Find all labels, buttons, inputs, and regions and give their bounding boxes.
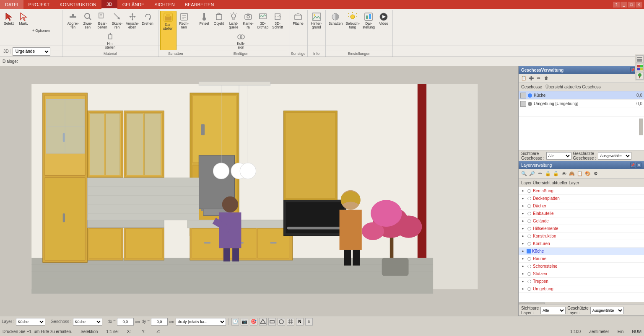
layer-item-einbauteile[interactable]: ● ◯ Einbauteile	[519, 210, 644, 217]
layer-vis-deckenplatten[interactable]: ●	[520, 196, 525, 201]
geschoss-item-kuche[interactable]: Küche 0,0	[519, 91, 644, 100]
layer-vis-hilfselemente[interactable]: ●	[520, 226, 525, 231]
geschoss-tool-2[interactable]: ➕	[528, 75, 535, 82]
layer-item-deckenplatten[interactable]: ● ◯ Deckenplatten	[519, 195, 644, 202]
geschoss-scrollbar[interactable]	[639, 119, 643, 135]
menu-projekt[interactable]: PROJEKT	[23, 0, 55, 9]
btn-mark[interactable]: Mark.	[16, 11, 31, 50]
btn-hintergrund[interactable]: Hinter-grund	[309, 11, 324, 50]
layer-vis-einbauteile[interactable]: ●	[520, 211, 525, 216]
btn-selekt[interactable]: Selekt	[2, 11, 16, 50]
layer-item-bemasssung[interactable]: ● ◯ Bemaßung	[519, 187, 644, 195]
layer-geschutzte-select[interactable]: Ausgewählte	[590, 307, 624, 314]
btn-video[interactable]: Video	[377, 11, 391, 50]
layer-vis-stutzen[interactable]: ●	[520, 271, 525, 277]
status-icon-polygon[interactable]	[259, 318, 267, 326]
layer-close-btn[interactable]: ✕	[636, 163, 641, 168]
layer-vis-umgebung[interactable]: ●	[520, 287, 525, 292]
status-icon-circle[interactable]	[278, 318, 285, 326]
layer-lock-gelande[interactable]: ◯	[527, 219, 532, 224]
layer-tool-1[interactable]: 🔍	[520, 170, 528, 178]
layer-item-dacher[interactable]: ● ◯ Dächer	[519, 202, 644, 210]
btn-drehen[interactable]: Drehen	[140, 11, 155, 31]
layer-pin-btn[interactable]: 📌	[630, 163, 635, 168]
status-icon-n[interactable]: N	[296, 318, 304, 326]
layer-sichtbare-select[interactable]: Alle	[540, 307, 566, 314]
geschoss-tool-4[interactable]: 🗑	[543, 75, 550, 82]
layer-item-umgebung[interactable]: ● ◯ Umgebung	[519, 285, 644, 293]
status-icon-clock[interactable]: 🕐	[231, 318, 239, 326]
btn-hinstellen[interactable]: Hin.stellen	[103, 31, 117, 51]
menu-konstruktion[interactable]: KONSTRUKTION	[55, 0, 101, 9]
window-minimize[interactable]: _	[621, 2, 627, 8]
btn-pinsel[interactable]: Pinsel	[197, 11, 211, 31]
layer-tool-2[interactable]: 🔎	[528, 170, 536, 178]
btn-rechnen[interactable]: Rech-nen	[177, 11, 191, 50]
side-tool-color[interactable]	[636, 64, 644, 71]
layer-item-kuche[interactable]: ● Küche	[519, 248, 644, 255]
layer-tool-5[interactable]: 🔓	[552, 170, 560, 178]
status-dx-input[interactable]	[117, 318, 134, 326]
btn-skalieren[interactable]: Skalie-ren	[110, 11, 124, 31]
status-dy-input[interactable]	[151, 318, 168, 326]
layer-vis-raume[interactable]: ●	[520, 256, 525, 261]
layer-lock-dacher[interactable]: ◯	[527, 204, 532, 209]
status-icon-camera[interactable]: 📷	[241, 318, 248, 326]
window-maximize[interactable]: □	[628, 2, 635, 8]
layer-lock-umgebung[interactable]: ◯	[527, 287, 532, 292]
btn-3d-schnitt[interactable]: 3D-Schnitt	[270, 11, 285, 31]
layer-tool-9[interactable]: 🎨	[584, 170, 592, 178]
geschoss-sichtbare-select[interactable]: Alle	[546, 152, 571, 160]
btn-flache[interactable]: Fläche	[291, 11, 305, 50]
status-icon-grid[interactable]	[287, 318, 294, 326]
viewport[interactable]	[0, 66, 518, 316]
status-icon-info[interactable]: ℹ	[305, 318, 313, 326]
layer-lock-treppen[interactable]: ◯	[527, 279, 532, 284]
layer-lock-stutzen[interactable]: ◯	[527, 271, 532, 277]
layer-lock-schornsteine[interactable]: ◯	[527, 264, 532, 269]
layer-tool-7[interactable]: 🙈	[568, 170, 576, 178]
layer-lock-raume[interactable]: ◯	[527, 256, 532, 261]
layer-tool-3[interactable]: ✏	[536, 170, 544, 178]
layer-lock-konstruktion[interactable]: ◯	[527, 234, 532, 239]
menu-datei[interactable]: DATEI	[0, 0, 23, 9]
layer-vis-schornsteine[interactable]: ●	[520, 264, 525, 269]
btn-bearbeiten[interactable]: Bear-beiten	[95, 11, 109, 31]
layer-item-schornsteine[interactable]: ● ◯ Schornsteine	[519, 263, 644, 270]
btn-3d-bitmap[interactable]: 3D-Bitmap	[256, 11, 270, 31]
layer-collapse-btn[interactable]: −	[635, 170, 642, 178]
window-help[interactable]: ?	[613, 2, 620, 8]
layer-item-treppen[interactable]: ● ◯ Treppen	[519, 278, 644, 285]
layer-lock-bemasssung[interactable]: ◯	[527, 189, 532, 194]
btn-verschieben[interactable]: Verschi-eben	[125, 11, 140, 31]
btn-schatten-einst[interactable]: Schatten	[327, 11, 344, 50]
status-layer-select[interactable]: Küche	[16, 318, 45, 326]
layer-item-hilfselemente[interactable]: ● ◯ Hilfselemente	[519, 225, 644, 233]
layer-vis-treppen[interactable]: ●	[520, 279, 525, 284]
layer-tool-4[interactable]: 🔒	[544, 170, 552, 178]
btn-darstellen[interactable]: Dar-stellen	[160, 11, 177, 50]
status-icon-target[interactable]: 🎯	[250, 318, 257, 326]
window-close[interactable]: ✕	[636, 2, 642, 8]
layer-lock-einbauteile[interactable]: ◯	[527, 211, 532, 216]
layer-tool-10[interactable]: ⚙	[592, 170, 600, 178]
geschoss-geschutzte-select[interactable]: Ausgewählte	[598, 152, 631, 160]
geschoss-tool-3[interactable]: ✏	[535, 75, 542, 82]
layer-tool-8[interactable]: 📋	[576, 170, 584, 178]
menu-sichten[interactable]: SICHTEN	[149, 0, 179, 9]
geschoss-tool-1[interactable]: 📋	[520, 75, 527, 82]
layer-vis-gelande[interactable]: ●	[520, 219, 525, 224]
btn-zweisen[interactable]: Zwei-sen	[80, 11, 95, 31]
btn-optionen[interactable]: + Optionen	[31, 11, 60, 50]
status-dxdy-select[interactable]: dx.dy (relativ ka...	[176, 318, 226, 326]
btn-darstellung[interactable]: Dar-stellung	[361, 11, 376, 50]
layer-item-konturen[interactable]: ● ◯ Konturen	[519, 240, 644, 248]
layer-vis-bemasssung[interactable]: ●	[520, 189, 525, 194]
side-tool-layers[interactable]	[636, 55, 644, 63]
btn-beleuchtung[interactable]: Beleuch-tung	[344, 11, 361, 50]
layer-vis-kuche[interactable]: ●	[520, 249, 525, 254]
btn-lichtquelle[interactable]: Licht-quelle	[226, 11, 241, 31]
btn-kamera[interactable]: Kame-ra	[241, 11, 255, 31]
menu-gelande[interactable]: GELÄNDE	[117, 0, 150, 9]
layer-vis-dacher[interactable]: ●	[520, 204, 525, 209]
